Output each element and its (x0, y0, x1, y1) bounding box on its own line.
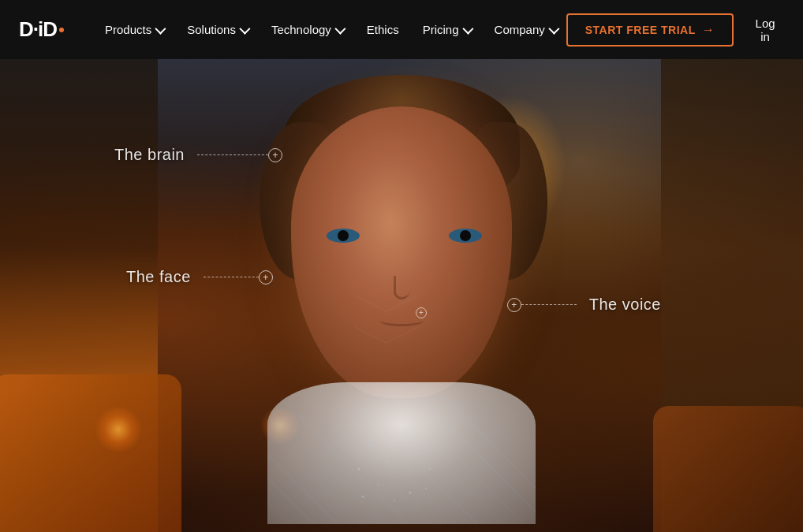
nav-pricing[interactable]: Pricing (413, 17, 480, 43)
hero-section: The brain The face The voice + (0, 0, 803, 532)
nav-company-label: Company (495, 23, 545, 36)
eye-right (449, 229, 482, 243)
nav-products-label: Products (105, 23, 151, 36)
login-label: Log in (756, 17, 775, 43)
nav-right: START FREE TRIAL → Log in (566, 10, 784, 50)
nav-ethics[interactable]: Ethics (357, 17, 409, 43)
chevron-down-icon (462, 23, 473, 34)
chevron-down-icon (239, 23, 250, 34)
chevron-down-icon (155, 23, 166, 34)
login-button[interactable]: Log in (746, 10, 784, 50)
voice-line (521, 304, 577, 305)
nav-solutions-label: Solutions (187, 23, 236, 36)
voice-dot-left (507, 298, 521, 312)
chevron-down-icon (334, 23, 345, 34)
logo-text: D·i (19, 17, 43, 42)
nose (394, 276, 409, 299)
face-skin (291, 106, 512, 398)
nav-pricing-label: Pricing (423, 23, 459, 36)
nav-technology-label: Technology (271, 23, 331, 36)
nav-products[interactable]: Products (95, 17, 173, 43)
nav-solutions[interactable]: Solutions (177, 17, 257, 43)
arrow-icon: → (702, 23, 715, 37)
face-container (0, 59, 803, 532)
chevron-down-icon (548, 23, 559, 34)
voice-label: The voice (589, 296, 661, 314)
navbar: D·i D Products Solutions Technology Ethi… (0, 0, 803, 59)
logo[interactable]: D·i D (19, 17, 64, 42)
trial-button-label: START FREE TRIAL (585, 24, 696, 36)
voice-chin-dot: + (416, 307, 427, 318)
nav-technology[interactable]: Technology (262, 17, 353, 43)
annotation-voice: The voice (507, 296, 661, 314)
start-trial-button[interactable]: START FREE TRIAL → (566, 13, 734, 47)
logo-accent-dot (59, 28, 64, 32)
nav-company[interactable]: Company (485, 17, 566, 43)
nav-ethics-label: Ethics (367, 23, 399, 36)
shirt-lines (267, 382, 536, 524)
nav-links: Products Solutions Technology Ethics Pri… (95, 17, 566, 43)
logo-d-suffix: D (43, 17, 58, 42)
eye-left (327, 229, 360, 243)
